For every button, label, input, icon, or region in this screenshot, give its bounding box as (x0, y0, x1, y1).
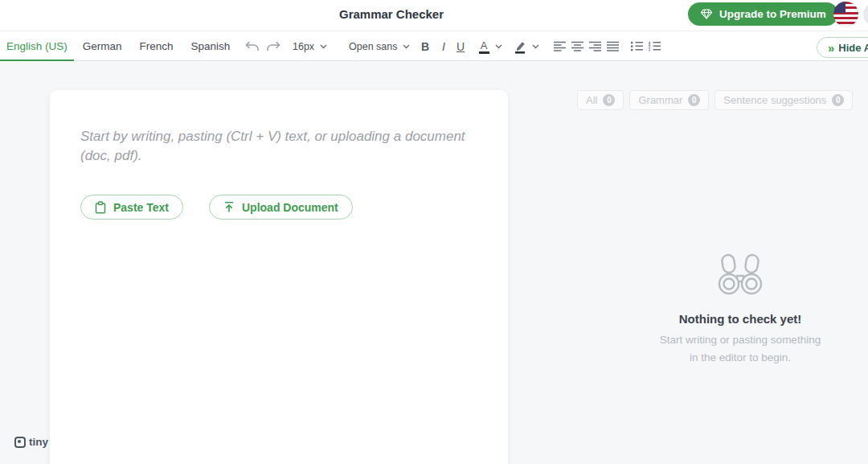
paste-text-label: Paste Text (113, 201, 169, 214)
hide-assistant-button[interactable]: » Hide Assistant (817, 37, 868, 58)
header: Grammar Checker Upgrade to Premium (0, 0, 868, 31)
chevron-down-icon (532, 44, 539, 49)
binoculars-icon (713, 253, 768, 296)
tab-english-us[interactable]: English (US) (0, 31, 74, 61)
font-family-value: Open sans (349, 41, 397, 52)
clipboard-icon (95, 201, 106, 214)
chevron-down-icon (320, 44, 327, 49)
filter-grammar-label: Grammar (638, 94, 682, 106)
bold-button[interactable]: B (416, 37, 435, 56)
highlighter-icon (514, 40, 526, 54)
redo-icon (265, 40, 281, 53)
align-right-icon (588, 41, 602, 52)
font-size-select[interactable]: 16px (293, 37, 327, 56)
paste-text-button[interactable]: Paste Text (80, 195, 183, 220)
text-color-icon: A (479, 40, 489, 54)
editor-toolbar: English (US) German French Spanish 16px … (0, 31, 868, 61)
empty-state: Nothing to check yet! Start writing or p… (611, 253, 868, 367)
upload-icon (223, 201, 235, 213)
align-right-button[interactable] (585, 37, 604, 56)
empty-state-subtitle: Start writing or pasting something in th… (611, 331, 868, 367)
bold-icon: B (421, 40, 429, 53)
redo-button[interactable] (264, 37, 283, 56)
align-left-button[interactable] (550, 37, 569, 56)
highlight-color-dropdown[interactable] (529, 37, 542, 56)
empty-subtitle-line2: in the editor to begin. (690, 351, 791, 363)
text-color-dropdown[interactable] (492, 37, 505, 56)
main-area: Start by writing, pasting (Ctrl + V) tex… (0, 61, 868, 464)
undo-button[interactable] (243, 37, 262, 56)
cut-off-circle-icon[interactable] (863, 3, 868, 26)
tiny-logo-label: tiny (29, 436, 48, 448)
filter-grammar-count: 0 (688, 94, 700, 106)
suggestion-filters: All 0 Grammar 0 Sentence suggestions 0 (577, 90, 853, 110)
upload-document-label: Upload Document (242, 201, 338, 214)
filter-all-count: 0 (603, 94, 615, 106)
align-center-button[interactable] (567, 37, 587, 56)
bullet-list-icon (630, 41, 644, 52)
language-tabs: English (US) German French Spanish (0, 31, 239, 61)
tab-german[interactable]: German (74, 31, 131, 61)
upload-document-button[interactable]: Upload Document (209, 195, 353, 220)
align-center-icon (571, 41, 584, 52)
tab-french[interactable]: French (131, 31, 182, 61)
grammar-checker-app: Grammar Checker Upgrade to Premium Engli… (0, 0, 868, 464)
chevron-down-icon (495, 44, 502, 49)
bullet-list-button[interactable] (627, 37, 646, 56)
empty-state-title: Nothing to check yet! (611, 312, 868, 326)
numbered-list-icon (648, 41, 661, 52)
numbered-list-button[interactable] (645, 37, 664, 56)
text-color-button[interactable]: A (474, 37, 493, 56)
chevron-down-icon (403, 44, 410, 49)
filter-sentence-label: Sentence suggestions (723, 94, 826, 106)
align-left-icon (553, 41, 567, 52)
filter-all[interactable]: All 0 (577, 90, 624, 110)
underline-button[interactable]: U (451, 37, 470, 56)
filter-sentence-count: 0 (832, 94, 844, 106)
italic-icon: I (442, 40, 445, 53)
upgrade-premium-button[interactable]: Upgrade to Premium (688, 2, 838, 26)
editor-card[interactable]: Start by writing, pasting (Ctrl + V) tex… (50, 90, 508, 464)
us-flag-icon[interactable] (833, 2, 858, 27)
double-chevron-right-icon: » (828, 41, 833, 55)
filter-sentence-suggestions[interactable]: Sentence suggestions 0 (714, 90, 853, 110)
hide-assistant-label: Hide Assistant (838, 42, 868, 54)
font-size-value: 16px (293, 41, 314, 52)
tinymce-logo[interactable]: tiny (14, 436, 48, 448)
editor-placeholder: Start by writing, pasting (Ctrl + V) tex… (80, 127, 495, 166)
empty-subtitle-line1: Start writing or pasting something (660, 334, 821, 346)
font-family-select[interactable]: Open sans (349, 37, 410, 56)
highlight-color-button[interactable] (510, 37, 530, 56)
tiny-logo-icon (14, 437, 26, 448)
filter-grammar[interactable]: Grammar 0 (629, 90, 709, 110)
underline-icon: U (457, 40, 465, 53)
page-title: Grammar Checker (339, 7, 444, 21)
undo-icon (244, 40, 260, 53)
align-justify-button[interactable] (603, 37, 622, 56)
align-justify-icon (606, 41, 620, 52)
editor-actions: Paste Text Upload Document (80, 195, 508, 220)
upgrade-label: Upgrade to Premium (719, 8, 826, 20)
tab-spanish[interactable]: Spanish (182, 31, 240, 61)
filter-all-label: All (586, 94, 597, 106)
gem-icon (700, 9, 713, 19)
